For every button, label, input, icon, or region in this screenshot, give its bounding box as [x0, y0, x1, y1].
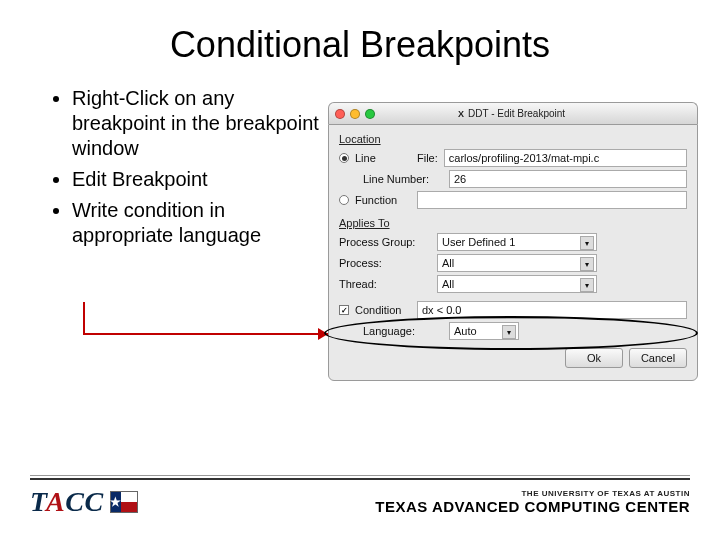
file-input[interactable]: carlos/profiling-2013/mat-mpi.c — [444, 149, 687, 167]
chevron-down-icon: ▾ — [502, 325, 516, 339]
bullet-item: Right-Click on any breakpoint in the bre… — [72, 86, 328, 161]
condition-input[interactable]: dx < 0.0 — [417, 301, 687, 319]
chevron-down-icon: ▾ — [580, 278, 594, 292]
ut-subtitle: THE UNIVERSITY OF TEXAS AT AUSTIN — [375, 489, 690, 498]
process-group-select[interactable]: User Defined 1▾ — [437, 233, 597, 251]
function-input[interactable] — [417, 191, 687, 209]
bullet-item: Edit Breakpoint — [72, 167, 328, 192]
slide: Conditional Breakpoints Right-Click on a… — [0, 0, 720, 540]
line-radio-label: Line — [355, 152, 411, 164]
footer: TACC ★ THE UNIVERSITY OF TEXAS AT AUSTIN… — [0, 475, 720, 518]
line-number-label: Line Number: — [363, 173, 443, 185]
titlebar: X DDT - Edit Breakpoint — [328, 102, 698, 124]
process-group-label: Process Group: — [339, 236, 431, 248]
location-header: Location — [339, 133, 687, 145]
language-select[interactable]: Auto▾ — [449, 322, 519, 340]
callout-arrow — [78, 300, 338, 350]
dialog-panel: Location Line File: carlos/profiling-201… — [328, 124, 698, 381]
zoom-icon[interactable] — [365, 109, 375, 119]
slide-title: Conditional Breakpoints — [48, 24, 672, 66]
dialog-buttons: Ok Cancel — [339, 348, 687, 368]
chevron-down-icon: ▾ — [580, 257, 594, 271]
function-radio-label: Function — [355, 194, 411, 206]
ok-button[interactable]: Ok — [565, 348, 623, 368]
condition-section: ✓ Condition dx < 0.0 Language: Auto▾ — [339, 301, 687, 340]
divider — [30, 478, 690, 480]
chevron-down-icon: ▾ — [580, 236, 594, 250]
file-label: File: — [417, 152, 438, 164]
texas-flag-icon: ★ — [110, 491, 138, 513]
condition-checkbox[interactable]: ✓ — [339, 305, 349, 315]
logo-text: T — [30, 486, 46, 517]
thread-label: Thread: — [339, 278, 431, 290]
location-section: Location Line File: carlos/profiling-201… — [339, 133, 687, 209]
window-title: X DDT - Edit Breakpoint — [380, 108, 691, 119]
ut-title: TEXAS ADVANCED COMPUTING CENTER — [375, 498, 690, 515]
window-title-text: DDT - Edit Breakpoint — [468, 108, 565, 119]
line-radio[interactable] — [339, 153, 349, 163]
line-number-input[interactable]: 26 — [449, 170, 687, 188]
process-label: Process: — [339, 257, 431, 269]
minimize-icon[interactable] — [350, 109, 360, 119]
applies-section: Applies To Process Group: User Defined 1… — [339, 217, 687, 293]
language-label: Language: — [363, 325, 443, 337]
applies-header: Applies To — [339, 217, 687, 229]
tacc-logo: TACC ★ — [30, 486, 138, 518]
divider — [30, 475, 690, 476]
cancel-button[interactable]: Cancel — [629, 348, 687, 368]
function-radio[interactable] — [339, 195, 349, 205]
bullet-item: Write condition in appropriate language — [72, 198, 328, 248]
thread-select[interactable]: All▾ — [437, 275, 597, 293]
logo-text: A — [46, 486, 65, 517]
logo-text: CC — [65, 486, 103, 517]
process-select[interactable]: All▾ — [437, 254, 597, 272]
bullet-list: Right-Click on any breakpoint in the bre… — [48, 86, 328, 254]
condition-label: Condition — [355, 304, 411, 316]
ut-logo: THE UNIVERSITY OF TEXAS AT AUSTIN TEXAS … — [375, 489, 690, 515]
close-icon[interactable] — [335, 109, 345, 119]
x11-icon: X — [458, 109, 464, 119]
dialog-window: X DDT - Edit Breakpoint Location Line Fi… — [328, 102, 698, 381]
